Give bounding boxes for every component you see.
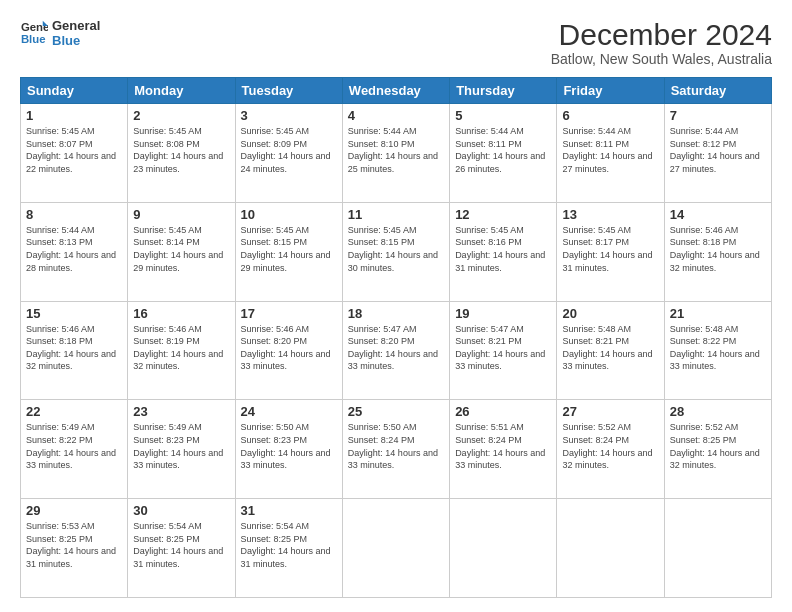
day-info: Sunrise: 5:47 AMSunset: 8:20 PMDaylight:… (348, 324, 438, 372)
week-row-2: 8 Sunrise: 5:44 AMSunset: 8:13 PMDayligh… (21, 202, 772, 301)
table-row: 27 Sunrise: 5:52 AMSunset: 8:24 PMDaylig… (557, 400, 664, 499)
table-row (664, 499, 771, 598)
day-info: Sunrise: 5:44 AMSunset: 8:11 PMDaylight:… (455, 126, 545, 174)
table-row: 8 Sunrise: 5:44 AMSunset: 8:13 PMDayligh… (21, 202, 128, 301)
day-number: 21 (670, 306, 766, 321)
day-info: Sunrise: 5:45 AMSunset: 8:07 PMDaylight:… (26, 126, 116, 174)
day-number: 18 (348, 306, 444, 321)
day-number: 20 (562, 306, 658, 321)
col-tuesday: Tuesday (235, 78, 342, 104)
day-number: 24 (241, 404, 337, 419)
title-block: December 2024 Batlow, New South Wales, A… (551, 18, 772, 67)
day-info: Sunrise: 5:46 AMSunset: 8:18 PMDaylight:… (670, 225, 760, 273)
day-info: Sunrise: 5:44 AMSunset: 8:10 PMDaylight:… (348, 126, 438, 174)
day-info: Sunrise: 5:51 AMSunset: 8:24 PMDaylight:… (455, 422, 545, 470)
day-number: 29 (26, 503, 122, 518)
table-row: 28 Sunrise: 5:52 AMSunset: 8:25 PMDaylig… (664, 400, 771, 499)
subtitle: Batlow, New South Wales, Australia (551, 51, 772, 67)
table-row (557, 499, 664, 598)
day-number: 6 (562, 108, 658, 123)
day-number: 11 (348, 207, 444, 222)
table-row: 11 Sunrise: 5:45 AMSunset: 8:15 PMDaylig… (342, 202, 449, 301)
table-row: 18 Sunrise: 5:47 AMSunset: 8:20 PMDaylig… (342, 301, 449, 400)
day-number: 26 (455, 404, 551, 419)
day-number: 22 (26, 404, 122, 419)
logo-general: General (52, 18, 100, 33)
table-row: 15 Sunrise: 5:46 AMSunset: 8:18 PMDaylig… (21, 301, 128, 400)
day-info: Sunrise: 5:50 AMSunset: 8:24 PMDaylight:… (348, 422, 438, 470)
table-row: 30 Sunrise: 5:54 AMSunset: 8:25 PMDaylig… (128, 499, 235, 598)
table-row: 23 Sunrise: 5:49 AMSunset: 8:23 PMDaylig… (128, 400, 235, 499)
table-row: 6 Sunrise: 5:44 AMSunset: 8:11 PMDayligh… (557, 104, 664, 203)
week-row-3: 15 Sunrise: 5:46 AMSunset: 8:18 PMDaylig… (21, 301, 772, 400)
table-row: 25 Sunrise: 5:50 AMSunset: 8:24 PMDaylig… (342, 400, 449, 499)
day-info: Sunrise: 5:48 AMSunset: 8:22 PMDaylight:… (670, 324, 760, 372)
day-number: 2 (133, 108, 229, 123)
col-saturday: Saturday (664, 78, 771, 104)
day-info: Sunrise: 5:44 AMSunset: 8:12 PMDaylight:… (670, 126, 760, 174)
day-number: 12 (455, 207, 551, 222)
calendar-table: Sunday Monday Tuesday Wednesday Thursday… (20, 77, 772, 598)
day-info: Sunrise: 5:45 AMSunset: 8:15 PMDaylight:… (241, 225, 331, 273)
day-info: Sunrise: 5:45 AMSunset: 8:15 PMDaylight:… (348, 225, 438, 273)
table-row: 10 Sunrise: 5:45 AMSunset: 8:15 PMDaylig… (235, 202, 342, 301)
day-number: 23 (133, 404, 229, 419)
logo-blue: Blue (52, 33, 100, 48)
day-number: 30 (133, 503, 229, 518)
day-info: Sunrise: 5:44 AMSunset: 8:11 PMDaylight:… (562, 126, 652, 174)
day-info: Sunrise: 5:44 AMSunset: 8:13 PMDaylight:… (26, 225, 116, 273)
day-info: Sunrise: 5:53 AMSunset: 8:25 PMDaylight:… (26, 521, 116, 569)
day-info: Sunrise: 5:46 AMSunset: 8:20 PMDaylight:… (241, 324, 331, 372)
day-number: 5 (455, 108, 551, 123)
table-row: 9 Sunrise: 5:45 AMSunset: 8:14 PMDayligh… (128, 202, 235, 301)
day-info: Sunrise: 5:52 AMSunset: 8:25 PMDaylight:… (670, 422, 760, 470)
day-number: 10 (241, 207, 337, 222)
table-row: 7 Sunrise: 5:44 AMSunset: 8:12 PMDayligh… (664, 104, 771, 203)
day-number: 1 (26, 108, 122, 123)
day-number: 8 (26, 207, 122, 222)
day-number: 14 (670, 207, 766, 222)
day-info: Sunrise: 5:45 AMSunset: 8:14 PMDaylight:… (133, 225, 223, 273)
day-info: Sunrise: 5:49 AMSunset: 8:22 PMDaylight:… (26, 422, 116, 470)
header-row: Sunday Monday Tuesday Wednesday Thursday… (21, 78, 772, 104)
day-number: 31 (241, 503, 337, 518)
week-row-4: 22 Sunrise: 5:49 AMSunset: 8:22 PMDaylig… (21, 400, 772, 499)
main-title: December 2024 (551, 18, 772, 51)
day-number: 4 (348, 108, 444, 123)
table-row: 24 Sunrise: 5:50 AMSunset: 8:23 PMDaylig… (235, 400, 342, 499)
table-row: 5 Sunrise: 5:44 AMSunset: 8:11 PMDayligh… (450, 104, 557, 203)
svg-text:Blue: Blue (21, 33, 46, 45)
col-thursday: Thursday (450, 78, 557, 104)
header: General Blue General Blue December 2024 … (20, 18, 772, 67)
day-info: Sunrise: 5:54 AMSunset: 8:25 PMDaylight:… (133, 521, 223, 569)
day-info: Sunrise: 5:54 AMSunset: 8:25 PMDaylight:… (241, 521, 331, 569)
day-info: Sunrise: 5:50 AMSunset: 8:23 PMDaylight:… (241, 422, 331, 470)
day-number: 19 (455, 306, 551, 321)
page: General Blue General Blue December 2024 … (0, 0, 792, 612)
day-number: 16 (133, 306, 229, 321)
day-info: Sunrise: 5:47 AMSunset: 8:21 PMDaylight:… (455, 324, 545, 372)
table-row: 19 Sunrise: 5:47 AMSunset: 8:21 PMDaylig… (450, 301, 557, 400)
table-row: 29 Sunrise: 5:53 AMSunset: 8:25 PMDaylig… (21, 499, 128, 598)
table-row: 22 Sunrise: 5:49 AMSunset: 8:22 PMDaylig… (21, 400, 128, 499)
day-info: Sunrise: 5:48 AMSunset: 8:21 PMDaylight:… (562, 324, 652, 372)
day-number: 25 (348, 404, 444, 419)
day-number: 3 (241, 108, 337, 123)
day-info: Sunrise: 5:49 AMSunset: 8:23 PMDaylight:… (133, 422, 223, 470)
table-row: 31 Sunrise: 5:54 AMSunset: 8:25 PMDaylig… (235, 499, 342, 598)
day-number: 15 (26, 306, 122, 321)
day-number: 9 (133, 207, 229, 222)
logo: General Blue General Blue (20, 18, 100, 48)
day-info: Sunrise: 5:45 AMSunset: 8:16 PMDaylight:… (455, 225, 545, 273)
day-info: Sunrise: 5:45 AMSunset: 8:17 PMDaylight:… (562, 225, 652, 273)
day-number: 27 (562, 404, 658, 419)
day-info: Sunrise: 5:45 AMSunset: 8:08 PMDaylight:… (133, 126, 223, 174)
table-row: 2 Sunrise: 5:45 AMSunset: 8:08 PMDayligh… (128, 104, 235, 203)
table-row: 4 Sunrise: 5:44 AMSunset: 8:10 PMDayligh… (342, 104, 449, 203)
table-row: 20 Sunrise: 5:48 AMSunset: 8:21 PMDaylig… (557, 301, 664, 400)
table-row: 26 Sunrise: 5:51 AMSunset: 8:24 PMDaylig… (450, 400, 557, 499)
table-row: 1 Sunrise: 5:45 AMSunset: 8:07 PMDayligh… (21, 104, 128, 203)
day-info: Sunrise: 5:46 AMSunset: 8:18 PMDaylight:… (26, 324, 116, 372)
col-sunday: Sunday (21, 78, 128, 104)
col-friday: Friday (557, 78, 664, 104)
